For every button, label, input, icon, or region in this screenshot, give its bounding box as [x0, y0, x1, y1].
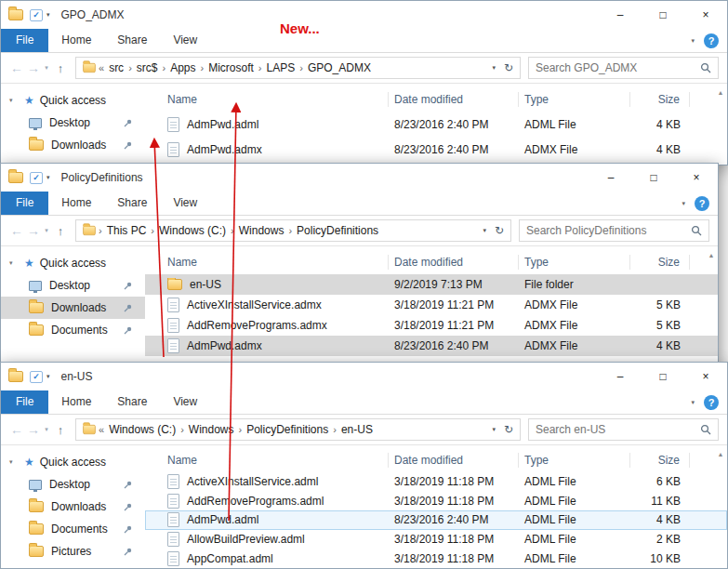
- refresh-icon[interactable]: ↻: [504, 423, 513, 436]
- breadcrumb[interactable]: PolicyDefinitions: [244, 423, 331, 436]
- forward-button[interactable]: →: [25, 223, 42, 238]
- sidebar-item-pictures[interactable]: Pictures: [1, 540, 145, 562]
- quick-access-toolbar-icon[interactable]: ✓: [30, 371, 43, 383]
- chevron-down-icon[interactable]: ▾: [9, 97, 19, 104]
- column-size[interactable]: Size: [630, 92, 690, 107]
- qat-dropdown-icon[interactable]: ▾: [46, 373, 50, 380]
- column-type[interactable]: Type: [519, 453, 630, 468]
- column-date-modified[interactable]: Date modified: [389, 92, 519, 107]
- forward-button[interactable]: →: [25, 422, 42, 437]
- tab-home[interactable]: Home: [48, 192, 104, 215]
- scroll-up-icon[interactable]: ▲: [718, 89, 724, 96]
- sidebar-item-quick-access[interactable]: ▾ ★ Quick access: [1, 89, 145, 112]
- address-dropdown-icon[interactable]: ▾: [483, 227, 486, 234]
- scrollbar[interactable]: ▲: [705, 248, 718, 362]
- breadcrumb[interactable]: Apps: [167, 61, 198, 74]
- sidebar-item-downloads[interactable]: Downloads: [1, 134, 145, 156]
- recent-locations-icon[interactable]: ▾: [42, 426, 51, 433]
- sidebar-item-quick-access[interactable]: ▾ ★ Quick access: [1, 451, 145, 473]
- close-button[interactable]: ×: [684, 363, 727, 390]
- breadcrumb[interactable]: en-US: [338, 423, 376, 436]
- maximize-button[interactable]: □: [642, 1, 684, 29]
- search-input[interactable]: [536, 423, 700, 436]
- file-row[interactable]: AddRemovePrograms.adml 3/18/2019 11:18 P…: [145, 491, 727, 510]
- tab-share[interactable]: Share: [104, 390, 160, 414]
- sidebar-item-downloads[interactable]: Downloads: [1, 297, 145, 319]
- forward-button[interactable]: →: [25, 60, 42, 75]
- help-icon[interactable]: ?: [704, 395, 719, 410]
- close-button[interactable]: ×: [675, 164, 718, 192]
- titlebar[interactable]: ✓ ▾ GPO_ADMX – □ ×: [1, 1, 727, 29]
- refresh-icon[interactable]: ↻: [495, 224, 504, 237]
- file-row[interactable]: AllowBuildPreview.adml 3/18/2019 11:18 P…: [145, 530, 727, 549]
- column-size[interactable]: Size: [630, 255, 690, 270]
- close-button[interactable]: ×: [684, 1, 727, 29]
- column-size[interactable]: Size: [630, 453, 690, 468]
- file-row[interactable]: ActiveXInstallService.adml 3/18/2019 11:…: [145, 471, 727, 491]
- search-input[interactable]: [536, 61, 700, 74]
- address-bar[interactable]: › This PC › Windows (C:) › Windows › Pol…: [75, 219, 511, 242]
- recent-locations-icon[interactable]: ▾: [42, 64, 51, 72]
- breadcrumb[interactable]: LAPS: [264, 61, 298, 74]
- back-button[interactable]: ←: [8, 422, 25, 437]
- minimize-button[interactable]: –: [599, 363, 642, 390]
- sidebar-item-documents[interactable]: Documents: [1, 319, 145, 341]
- breadcrumb[interactable]: This PC: [104, 224, 150, 237]
- ribbon-collapse-icon[interactable]: ▾: [691, 37, 695, 45]
- column-name[interactable]: Name: [145, 255, 389, 270]
- breadcrumb[interactable]: Windows (C:): [106, 423, 179, 436]
- minimize-button[interactable]: –: [599, 1, 642, 29]
- breadcrumb[interactable]: Windows: [186, 423, 237, 436]
- maximize-button[interactable]: □: [642, 363, 684, 390]
- up-button[interactable]: ↑: [51, 224, 70, 238]
- up-button[interactable]: ↑: [51, 423, 70, 437]
- sidebar-item-quick-access[interactable]: ▾ ★ Quick access: [1, 252, 145, 274]
- tab-file[interactable]: File: [1, 29, 48, 52]
- sidebar-item-desktop[interactable]: Desktop: [1, 473, 145, 496]
- address-dropdown-icon[interactable]: ▾: [492, 64, 496, 72]
- column-type[interactable]: Type: [519, 92, 630, 107]
- chevron-down-icon[interactable]: ▾: [9, 259, 19, 267]
- minimize-button[interactable]: –: [589, 164, 632, 192]
- path-truncation[interactable]: «: [97, 424, 106, 435]
- ribbon-collapse-icon[interactable]: ▾: [691, 399, 695, 406]
- tab-view[interactable]: View: [160, 192, 210, 215]
- breadcrumb[interactable]: src: [106, 61, 126, 74]
- scroll-up-icon[interactable]: ▲: [718, 451, 724, 457]
- quick-access-toolbar-icon[interactable]: ✓: [30, 172, 43, 184]
- maximize-button[interactable]: □: [632, 164, 675, 192]
- up-button[interactable]: ↑: [51, 61, 70, 75]
- titlebar[interactable]: ✓ ▾ en-US – □ ×: [1, 363, 727, 390]
- tab-home[interactable]: Home: [48, 29, 104, 52]
- tab-share[interactable]: Share: [104, 192, 160, 215]
- search-icon[interactable]: [691, 225, 702, 236]
- sidebar-item-downloads[interactable]: Downloads: [1, 496, 145, 518]
- file-row[interactable]: en-US 9/2/2019 7:13 PM File folder: [145, 274, 718, 295]
- tab-file[interactable]: File: [1, 390, 48, 414]
- file-row[interactable]: AdmPwd.adml 8/23/2016 2:40 PM ADML File …: [145, 510, 727, 530]
- scrollbar[interactable]: ▲: [714, 86, 727, 165]
- address-bar[interactable]: « Windows (C:) › Windows › PolicyDefinit…: [75, 418, 521, 441]
- recent-locations-icon[interactable]: ▾: [42, 227, 51, 234]
- search-icon[interactable]: [700, 62, 711, 73]
- tab-view[interactable]: View: [160, 29, 210, 52]
- sidebar-item-documents[interactable]: Documents: [1, 518, 145, 540]
- quick-access-toolbar-icon[interactable]: ✓: [30, 9, 43, 21]
- breadcrumb[interactable]: GPO_ADMX: [305, 61, 374, 74]
- breadcrumb[interactable]: Microsoft: [205, 61, 257, 74]
- qat-dropdown-icon[interactable]: ▾: [46, 174, 50, 181]
- sidebar-item-desktop[interactable]: Desktop: [1, 274, 145, 297]
- breadcrumb[interactable]: PolicyDefinitions: [294, 224, 381, 237]
- address-bar[interactable]: « src › src$ › Apps › Microsoft › LAPS ›…: [75, 57, 521, 79]
- sidebar-item-desktop[interactable]: Desktop: [1, 112, 145, 134]
- file-row[interactable]: AppCompat.adml 3/18/2019 11:18 PM ADML F…: [145, 549, 727, 568]
- file-row[interactable]: AddRemovePrograms.admx 3/18/2019 11:21 P…: [145, 315, 718, 336]
- search-input[interactable]: [526, 224, 691, 237]
- breadcrumb[interactable]: Windows: [236, 224, 287, 237]
- tab-file[interactable]: File: [1, 192, 48, 215]
- help-icon[interactable]: ?: [695, 196, 709, 211]
- column-name[interactable]: Name: [145, 92, 389, 107]
- refresh-icon[interactable]: ↻: [504, 61, 513, 74]
- file-row[interactable]: AdmPwd.admx 8/23/2016 2:40 PM ADMX File …: [145, 137, 727, 162]
- ribbon-collapse-icon[interactable]: ▾: [682, 200, 685, 207]
